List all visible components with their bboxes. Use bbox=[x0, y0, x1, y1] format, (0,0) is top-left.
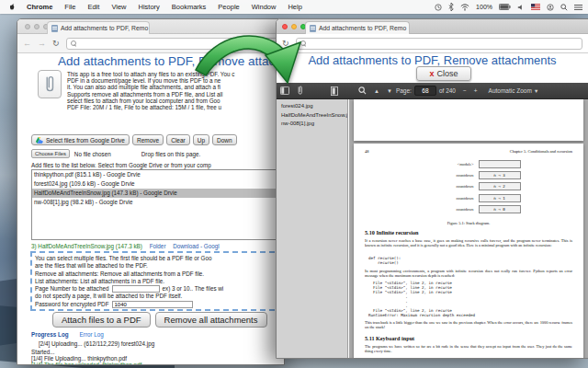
error-log-tab[interactable]: Error Log bbox=[80, 331, 104, 338]
choose-files-button[interactable]: Choose Files bbox=[31, 149, 70, 158]
menu-edit[interactable]: Edit bbox=[87, 3, 99, 11]
volume-icon[interactable] bbox=[517, 4, 525, 11]
stack-frame: countdownn → 0 bbox=[354, 204, 583, 215]
file-list-item[interactable]: HalfDoMeAndTreeInSnow.jpg (147.3 kB) - G… bbox=[32, 189, 282, 198]
menu-view[interactable]: View bbox=[111, 3, 126, 11]
attach-files-button[interactable]: Attach files to a PDF bbox=[52, 312, 151, 328]
zoom-select[interactable]: Automatic Zoom ▾ bbox=[489, 87, 538, 95]
menu-chrome[interactable]: Chrome bbox=[27, 3, 52, 11]
stack-frame: countdownn → 3 bbox=[354, 169, 583, 180]
selected-file-label: 3) HalfDoMeAndTreeInSnow.jpg (147.3 kB) bbox=[31, 243, 142, 249]
menu-bookmarks[interactable]: Bookmarks bbox=[172, 3, 207, 11]
book-page-header: 48 Chapter 5. Conditionals and recursion bbox=[365, 149, 572, 154]
instruction-lines: You can select multiple files. The first… bbox=[35, 255, 279, 285]
tab-title: Add attachments to PDF, Remo bbox=[61, 25, 148, 31]
file-list-item[interactable]: forest024.jpg (109.6 kB) - Google Drvie bbox=[32, 179, 282, 189]
zoom-out-icon[interactable]: − bbox=[463, 87, 467, 94]
attachment-item[interactable]: nw-008[1].jpg bbox=[281, 120, 347, 129]
battery-percent: 100% bbox=[476, 4, 492, 10]
progress-log-tab[interactable]: Progress Log bbox=[31, 331, 69, 338]
file-list-item[interactable]: nw-008[1].jpg (98.2 kB) - Google Drvie bbox=[32, 198, 282, 207]
tab-title: Add attachments to PDF, Remo bbox=[319, 25, 406, 31]
minimize-traffic-light[interactable] bbox=[34, 24, 40, 29]
macos-menu-bar: ChromeFileEditViewHistoryBookmarksPeople… bbox=[0, 0, 588, 14]
no-file-chosen-label: No file chosen bbox=[74, 151, 111, 157]
attachment-item[interactable]: forest024.jpg bbox=[281, 102, 347, 111]
attachment-file-listbox[interactable]: thinkpython.pdf (815.1 kB) - Google Drvi… bbox=[31, 169, 283, 240]
tab-favicon bbox=[310, 25, 316, 32]
page-number-label: Page Number to be attached bbox=[35, 285, 109, 293]
notification-center-icon[interactable] bbox=[574, 4, 582, 11]
page-total: of 240 bbox=[439, 87, 456, 94]
zoom-in-icon[interactable]: + bbox=[474, 87, 478, 94]
close-x-icon: x bbox=[429, 69, 434, 78]
close-preview-button[interactable]: x Close bbox=[416, 66, 471, 81]
page-view-icon[interactable] bbox=[331, 86, 338, 96]
menu-status-area: 100% bbox=[435, 3, 588, 11]
remove-all-attachments-button[interactable]: Remove all attachments bbox=[155, 312, 267, 328]
menu-file[interactable]: File bbox=[64, 3, 75, 11]
log-current-line: [2/4] Uploading... (612/112,229) forest0… bbox=[39, 340, 154, 347]
reload-icon[interactable]: ↻ bbox=[52, 39, 60, 48]
battery-icon[interactable] bbox=[499, 4, 511, 10]
page-number-input[interactable] bbox=[414, 86, 436, 96]
search-icon bbox=[71, 40, 76, 46]
flag-icon[interactable] bbox=[531, 4, 540, 10]
download-link[interactable]: Download - Googl bbox=[173, 243, 219, 249]
front-tab[interactable]: Add attachments to PDF, Remo × bbox=[305, 21, 410, 34]
log-line: Started... bbox=[31, 349, 141, 355]
pdf-toolbar: ▲ ▼ Page: of 240 − + Automatic Zoom ▾ bbox=[277, 83, 588, 99]
user-menu-icon[interactable] bbox=[547, 4, 554, 11]
wifi-icon[interactable] bbox=[460, 4, 469, 11]
paragraph: The programs we have written so far are … bbox=[365, 344, 572, 354]
front-page-content: Add attachments to PDF, Remove attachmen… bbox=[277, 53, 588, 359]
paperclip-icon bbox=[38, 70, 62, 98]
front-browser-window: Add attachments to PDF, Remo × ↻ Add att… bbox=[276, 18, 588, 359]
attachment-item[interactable]: HalfDoMeAndTreeInSnow.jpg bbox=[281, 111, 347, 121]
pdf-current-page: 48 Chapter 5. Conditionals and recursion… bbox=[354, 144, 583, 359]
password-input[interactable] bbox=[112, 301, 193, 308]
clear-button[interactable]: Clear bbox=[166, 134, 190, 145]
code-block: def recurse(): recurse() bbox=[368, 256, 401, 265]
forward-icon[interactable]: → bbox=[38, 39, 46, 48]
down-button[interactable]: Down bbox=[212, 134, 237, 145]
menu-help[interactable]: Help bbox=[288, 3, 301, 11]
folder-link[interactable]: Folder bbox=[150, 243, 166, 249]
select-drive-button[interactable]: Select files from Google Drive bbox=[31, 134, 130, 145]
stack-frame: countdownn → 2 bbox=[354, 181, 583, 192]
menu-history[interactable]: History bbox=[139, 3, 160, 11]
password-label: Password for encrypted PDF bbox=[35, 301, 109, 308]
address-bar[interactable] bbox=[296, 38, 582, 50]
menu-people[interactable]: People bbox=[218, 3, 239, 11]
find-icon[interactable] bbox=[358, 86, 367, 95]
bluetooth-icon[interactable] bbox=[448, 3, 454, 11]
drop-hint: Drop files on this page. bbox=[141, 151, 200, 157]
page-label: Page: bbox=[396, 87, 412, 94]
previous-page-icon[interactable]: ▲ bbox=[374, 88, 379, 94]
pdf-viewer-area[interactable]: 48 Chapter 5. Conditionals and recursion… bbox=[349, 99, 588, 359]
front-nav-toolbar: ↻ bbox=[277, 34, 588, 53]
tab-favicon bbox=[51, 25, 58, 32]
remove-button[interactable]: Remove bbox=[132, 134, 164, 145]
up-button[interactable]: Up bbox=[193, 134, 209, 145]
next-page-icon[interactable]: ▼ bbox=[387, 88, 392, 94]
close-traffic-light[interactable] bbox=[25, 24, 30, 29]
green-arrow-annotation bbox=[188, 26, 308, 90]
paragraph: If a recursion never reaches a base case… bbox=[365, 238, 572, 248]
file-list-item[interactable]: thinkpython.pdf (815.1 kB) - Google Drvi… bbox=[32, 170, 282, 179]
add-files-hint: Add files to the list below. Select from… bbox=[31, 162, 211, 168]
paragraph: This traceback is a little bigger than t… bbox=[365, 320, 572, 330]
menu-window[interactable]: Window bbox=[252, 3, 277, 11]
page-number-input[interactable] bbox=[112, 285, 160, 293]
back-icon[interactable]: ← bbox=[23, 39, 31, 48]
spotlight-search-icon[interactable] bbox=[560, 4, 568, 11]
page-note-line: do not specify a page, It will be attach… bbox=[35, 293, 279, 300]
paragraph: Python 2 provides a built-in function ca… bbox=[365, 357, 572, 359]
page-title: Add attachments to PDF, Remove attachmen… bbox=[277, 53, 588, 67]
apple-icon[interactable] bbox=[8, 3, 16, 11]
zoom-value: Automatic Zoom bbox=[489, 87, 532, 94]
back-tab[interactable]: Add attachments to PDF, Remo × bbox=[47, 21, 150, 34]
instruction-line: Remove all attachments: Remove all attac… bbox=[35, 270, 279, 278]
clock-icon[interactable] bbox=[435, 4, 442, 11]
instruction-line: You can select multiple files. The first… bbox=[35, 255, 279, 262]
